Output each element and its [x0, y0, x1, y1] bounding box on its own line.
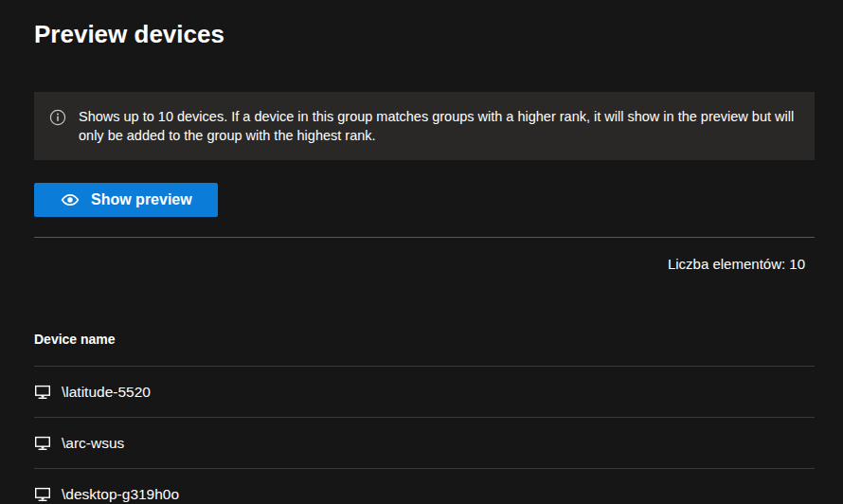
page-title: Preview devices: [34, 19, 815, 49]
info-banner-text: Shows up to 10 devices. If a device in t…: [79, 99, 799, 153]
table-row[interactable]: \arc-wsus: [34, 418, 815, 469]
device-name: \desktop-g319h0o: [62, 486, 179, 503]
show-preview-label: Show preview: [91, 191, 192, 208]
preview-devices-page: Preview devices Shows up to 10 devices. …: [0, 19, 843, 504]
monitor-icon: [34, 486, 51, 503]
monitor-icon: [34, 384, 51, 401]
info-banner: Shows up to 10 devices. If a device in t…: [34, 92, 815, 160]
show-preview-button[interactable]: Show preview: [34, 183, 218, 217]
column-header-device-name[interactable]: Device name: [34, 332, 815, 367]
monitor-icon: [34, 435, 51, 452]
table-row[interactable]: \desktop-g319h0o: [34, 469, 815, 504]
section-divider: [34, 237, 815, 238]
eye-icon: [60, 189, 81, 210]
table-row[interactable]: \latitude-5520: [34, 367, 815, 418]
info-icon: [49, 109, 66, 126]
device-name: \arc-wsus: [62, 435, 124, 452]
item-count: Liczba elementów: 10: [34, 255, 815, 274]
device-name: \latitude-5520: [62, 384, 151, 401]
